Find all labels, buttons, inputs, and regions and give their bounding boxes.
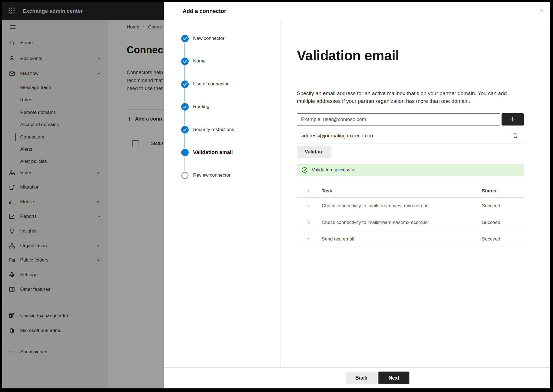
step-todo-icon bbox=[181, 172, 189, 179]
task-cell: Check connectivity to 'mailstream-west.m… bbox=[322, 203, 429, 209]
success-check-icon bbox=[301, 167, 308, 173]
plus-icon bbox=[509, 116, 516, 123]
chevron-right-icon[interactable] bbox=[305, 188, 312, 194]
task-cell: Send test email bbox=[322, 236, 354, 242]
description-text: Specify an email address for an active m… bbox=[297, 90, 520, 105]
column-header-task: Task bbox=[322, 188, 332, 194]
step-label: Name bbox=[193, 58, 206, 64]
column-header-status: Status bbox=[482, 188, 496, 194]
status-cell: Succeed bbox=[482, 236, 500, 242]
chevron-right-icon[interactable] bbox=[305, 203, 312, 209]
close-button[interactable] bbox=[536, 6, 547, 17]
step-label: Validation email bbox=[193, 149, 233, 155]
step-label: Use of connector bbox=[193, 81, 229, 87]
validation-results-table: Task Status Check connectivity to 'mails… bbox=[297, 185, 524, 247]
step-check-icon bbox=[181, 35, 189, 42]
add-address-button[interactable] bbox=[502, 113, 524, 126]
divider bbox=[297, 143, 524, 143]
task-cell: Check connectivity to 'mailstream-east.m… bbox=[322, 220, 429, 225]
back-button[interactable]: Back bbox=[346, 372, 377, 384]
step-current-icon bbox=[181, 149, 189, 156]
wizard-steps: New connector Name Use of connector Rout… bbox=[164, 20, 281, 368]
step-check-icon bbox=[181, 103, 189, 111]
banner-text: Validation successful bbox=[312, 167, 355, 173]
table-row: Check connectivity to 'mailstream-west.m… bbox=[297, 198, 524, 214]
step-check-icon bbox=[181, 58, 189, 65]
step-check-icon bbox=[181, 126, 189, 134]
step-label: Routing bbox=[193, 104, 209, 109]
step-check-icon bbox=[181, 80, 189, 88]
step-label: Review connector bbox=[193, 173, 230, 178]
table-row: Check connectivity to 'mailstream-east.m… bbox=[297, 214, 524, 231]
validate-button[interactable]: Validate bbox=[297, 146, 331, 158]
step-label: Security restrictions bbox=[193, 127, 234, 132]
table-header-row: Task Status bbox=[297, 185, 524, 198]
address-value: address@journaling.mxrecord.io bbox=[301, 133, 373, 139]
delete-address-button[interactable] bbox=[512, 132, 519, 140]
step-connector-line bbox=[185, 88, 185, 103]
step-connector-line bbox=[185, 65, 185, 80]
step-connector-line bbox=[185, 134, 185, 148]
trash-icon bbox=[512, 132, 519, 140]
page-heading: Validation email bbox=[297, 48, 399, 64]
dialog-title: Add a connector bbox=[183, 2, 226, 20]
step-label: New connector bbox=[193, 36, 224, 41]
step-connector-line bbox=[185, 156, 185, 171]
table-row: Send test email Succeed bbox=[297, 231, 524, 247]
address-list-item: address@journaling.mxrecord.io bbox=[297, 130, 524, 142]
close-icon bbox=[539, 7, 545, 15]
screen: Exchange admin center Home Recipients Ma… bbox=[2, 2, 550, 388]
status-cell: Succeed bbox=[482, 203, 500, 209]
chevron-right-icon[interactable] bbox=[305, 236, 312, 242]
dialog-header: Add a connector bbox=[164, 2, 550, 20]
validation-success-banner: Validation successful bbox=[297, 164, 524, 176]
add-connector-dialog: Add a connector New connector bbox=[164, 2, 550, 388]
email-address-input[interactable] bbox=[297, 113, 500, 126]
dialog-footer: Back Next bbox=[164, 367, 550, 388]
next-button[interactable]: Next bbox=[378, 372, 409, 384]
chevron-right-icon[interactable] bbox=[305, 219, 312, 226]
step-connector-line bbox=[185, 43, 185, 57]
status-cell: Succeed bbox=[482, 220, 500, 225]
step-connector-line bbox=[185, 111, 185, 126]
dialog-content: Validation email Specify an email addres… bbox=[281, 20, 550, 368]
